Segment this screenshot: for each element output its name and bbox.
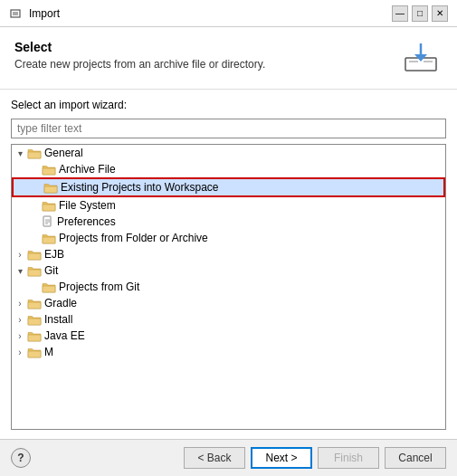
window-title: Import bbox=[29, 7, 60, 20]
item-label-file-system: File System bbox=[59, 199, 116, 212]
item-label-gradle: Gradle bbox=[44, 297, 77, 309]
item-label-git: Git bbox=[44, 264, 58, 277]
expand-icon-general: ▾ bbox=[15, 148, 24, 158]
svg-rect-9 bbox=[43, 168, 55, 175]
folder-icon-ejb bbox=[27, 249, 42, 261]
svg-rect-10 bbox=[44, 186, 57, 193]
folder-icon-m bbox=[27, 347, 42, 358]
next-button[interactable]: Next > bbox=[251, 447, 312, 469]
footer: ? < Back Next > Finish Cancel bbox=[0, 439, 457, 476]
folder-icon-file-system bbox=[42, 200, 56, 212]
back-button[interactable]: < Back bbox=[184, 447, 245, 469]
item-label-projects-folder: Projects from Folder or Archive bbox=[59, 232, 208, 244]
folder-icon-general bbox=[27, 148, 42, 159]
svg-rect-22 bbox=[28, 335, 41, 341]
svg-rect-19 bbox=[43, 286, 55, 292]
header-title: Select bbox=[14, 40, 265, 54]
svg-rect-18 bbox=[28, 270, 41, 276]
expand-icon-gradle: › bbox=[15, 299, 24, 309]
item-label-preferences: Preferences bbox=[57, 215, 116, 228]
svg-rect-17 bbox=[28, 253, 41, 260]
tree-item-existing-projects[interactable]: Existing Projects into Workspace bbox=[12, 177, 445, 197]
tree-item-projects-from-git[interactable]: Projects from Git bbox=[12, 279, 445, 295]
footer-left: ? bbox=[11, 448, 31, 468]
svg-rect-21 bbox=[28, 319, 41, 325]
expand-icon-install: › bbox=[15, 315, 24, 325]
maximize-button[interactable]: □ bbox=[412, 5, 428, 22]
tree-item-gradle[interactable]: › Gradle bbox=[12, 295, 445, 311]
folder-icon-existing-projects bbox=[43, 182, 58, 194]
title-bar-left: Import bbox=[9, 6, 60, 21]
minimize-button[interactable]: — bbox=[392, 5, 408, 22]
folder-icon-archive-file bbox=[42, 164, 56, 176]
tree-item-ejb[interactable]: › EJB bbox=[12, 246, 445, 262]
folder-icon-gradle bbox=[27, 298, 42, 309]
expand-icon-ejb: › bbox=[15, 250, 24, 260]
tree-item-file-system[interactable]: File System bbox=[12, 197, 445, 214]
tree-item-m[interactable]: › M bbox=[12, 344, 445, 360]
folder-icon-projects-from-git bbox=[42, 281, 56, 293]
header-text: Select Create new projects from an archi… bbox=[14, 40, 265, 71]
folder-icon-java-ee bbox=[27, 330, 42, 342]
expand-icon-java-ee: › bbox=[15, 331, 24, 341]
folder-icon-install bbox=[27, 314, 42, 326]
svg-rect-23 bbox=[28, 351, 41, 357]
expand-icon-m: › bbox=[15, 347, 24, 357]
tree-item-git[interactable]: ▾ Git bbox=[12, 262, 445, 279]
help-button[interactable]: ? bbox=[11, 448, 31, 468]
folder-icon-projects-folder bbox=[42, 233, 56, 244]
svg-rect-16 bbox=[43, 237, 55, 243]
finish-button[interactable]: Finish bbox=[318, 447, 379, 469]
item-label-ejb: EJB bbox=[44, 248, 64, 261]
title-bar-controls: — □ ✕ bbox=[392, 5, 448, 22]
svg-rect-12 bbox=[43, 216, 51, 226]
tree-item-general[interactable]: ▾ General bbox=[12, 145, 445, 161]
tree-item-archive-file[interactable]: Archive File bbox=[12, 161, 445, 177]
header-import-icon bbox=[399, 40, 443, 76]
main-content: Select an import wizard: ▾ General Archi… bbox=[0, 90, 457, 439]
item-label-general: General bbox=[44, 147, 83, 159]
item-label-existing-projects: Existing Projects into Workspace bbox=[61, 181, 219, 194]
app-icon bbox=[9, 6, 24, 21]
wizard-label: Select an import wizard: bbox=[11, 99, 446, 111]
tree-item-install[interactable]: › Install bbox=[12, 311, 445, 328]
tree-item-projects-folder[interactable]: Projects from Folder or Archive bbox=[12, 230, 445, 246]
svg-rect-11 bbox=[43, 205, 55, 211]
item-label-java-ee: Java EE bbox=[44, 329, 85, 342]
filter-input[interactable] bbox=[11, 119, 446, 138]
header-section: Select Create new projects from an archi… bbox=[0, 27, 457, 90]
svg-rect-0 bbox=[11, 10, 20, 17]
tree-container[interactable]: ▾ General Archive File Existing Projects… bbox=[11, 144, 446, 430]
item-label-archive-file: Archive File bbox=[59, 163, 116, 176]
item-label-m: M bbox=[44, 346, 53, 358]
header-description: Create new projects from an archive file… bbox=[14, 58, 265, 71]
folder-icon-preferences bbox=[42, 215, 54, 228]
item-label-install: Install bbox=[44, 313, 72, 326]
svg-rect-20 bbox=[28, 302, 41, 309]
expand-icon-git: ▾ bbox=[15, 266, 24, 276]
folder-icon-git bbox=[27, 265, 42, 277]
item-label-projects-from-git: Projects from Git bbox=[59, 281, 139, 293]
tree-item-preferences[interactable]: Preferences bbox=[12, 214, 445, 230]
tree-item-java-ee[interactable]: › Java EE bbox=[12, 328, 445, 344]
title-bar: Import — □ ✕ bbox=[0, 0, 457, 27]
close-button[interactable]: ✕ bbox=[432, 5, 448, 22]
cancel-button[interactable]: Cancel bbox=[385, 447, 446, 469]
svg-rect-8 bbox=[28, 152, 41, 158]
footer-buttons: < Back Next > Finish Cancel bbox=[184, 447, 446, 469]
